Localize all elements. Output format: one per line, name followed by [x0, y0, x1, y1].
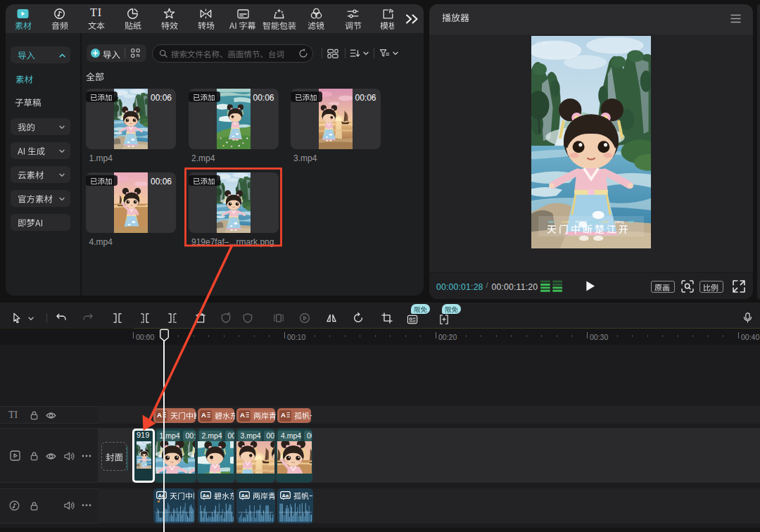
svg-text:zhōng: zhōng: [575, 220, 586, 224]
svg-text:Aa: Aa: [281, 493, 289, 499]
svg-text:A: A: [240, 411, 245, 419]
svg-text:jiāng: jiāng: [614, 220, 624, 224]
svg-text:kāi: kāi: [628, 220, 634, 224]
svg-text:A: A: [201, 411, 206, 419]
svg-text:A: A: [157, 411, 162, 419]
svg-text:Aa: Aa: [241, 493, 248, 499]
svg-text:tiān: tiān: [548, 220, 555, 224]
svg-text:chŭ: chŭ: [602, 220, 609, 224]
svg-text:Aa: Aa: [202, 493, 209, 499]
svg-text:mén: mén: [562, 220, 570, 224]
svg-text:duàn: duàn: [588, 220, 597, 224]
svg-text:A: A: [281, 411, 286, 419]
